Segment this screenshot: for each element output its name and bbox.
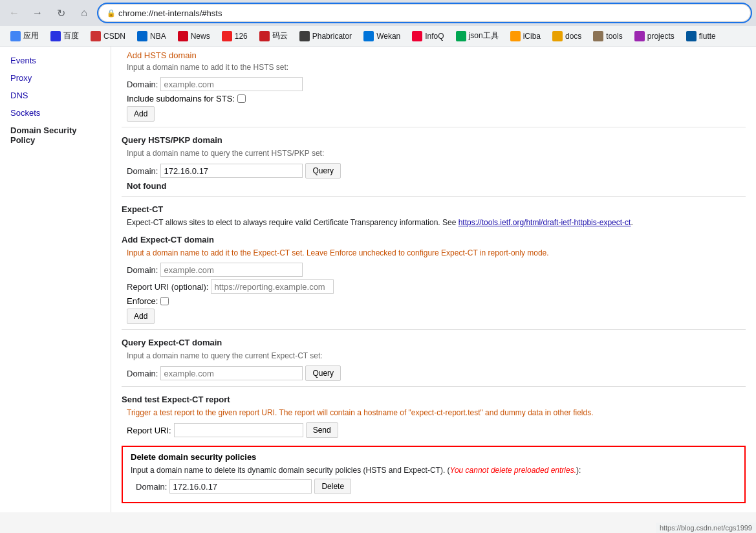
forward-button[interactable]: → bbox=[28, 4, 47, 22]
bookmark-wekan-label: Wekan bbox=[376, 32, 400, 41]
delete-domain-input[interactable] bbox=[169, 479, 312, 494]
sidebar-item-sockets[interactable]: Sockets bbox=[0, 104, 111, 122]
add-expect-ct-report-uri-input[interactable] bbox=[211, 279, 334, 294]
nav-bar: ← → ↻ ⌂ 🔒 chrome://net-internals/#hsts bbox=[0, 0, 756, 26]
delete-desc-italic: You cannot delete preloaded entries. bbox=[450, 466, 576, 475]
bookmark-docs[interactable]: docs bbox=[547, 30, 587, 43]
home-button[interactable]: ⌂ bbox=[75, 4, 93, 22]
bookmark-iciba[interactable]: iCiba bbox=[505, 30, 546, 43]
add-hsts-domain-label: Domain: bbox=[127, 80, 158, 89]
delete-section: Delete domain security policies Input a … bbox=[122, 446, 746, 503]
sidebar-item-events[interactable]: Events bbox=[0, 52, 111, 69]
query-expect-ct-desc: Input a domain name to query the current… bbox=[122, 351, 746, 360]
add-expect-ct-enforce-label: Enforce: bbox=[127, 296, 158, 306]
bookmark-wekan[interactable]: Wekan bbox=[358, 30, 405, 43]
add-hsts-heading: Add HSTS domain bbox=[122, 50, 746, 60]
sidebar: Events Proxy DNS Sockets Domain Security… bbox=[0, 47, 111, 512]
delete-domain-row: Domain: Delete bbox=[131, 479, 737, 494]
delete-desc-hsts: HSTS and Expect-CT bbox=[366, 466, 440, 475]
126-icon bbox=[222, 31, 232, 41]
delete-desc: Input a domain name to delete its dynami… bbox=[131, 466, 737, 475]
delete-domain-label: Domain: bbox=[136, 482, 167, 492]
bookmark-docs-label: docs bbox=[565, 32, 581, 41]
bookmark-csdn[interactable]: CSDN bbox=[85, 30, 131, 43]
expect-ct-desc: Expect-CT allows sites to elect to alway… bbox=[122, 218, 746, 227]
send-test-desc-text: Trigger a test report to the given repor… bbox=[127, 408, 594, 417]
send-test-button[interactable]: Send bbox=[306, 422, 338, 438]
delete-desc-1: Input a domain name to delete its dynami… bbox=[131, 466, 366, 475]
main-area: Events Proxy DNS Sockets Domain Security… bbox=[0, 47, 756, 512]
flutter-icon bbox=[686, 31, 697, 41]
back-button[interactable]: ← bbox=[5, 4, 23, 22]
add-hsts-subdomains-row: Include subdomains for STS: bbox=[122, 94, 746, 103]
bookmark-gitee[interactable]: 码云 bbox=[254, 29, 293, 43]
expect-ct-section: Expect-CT Expect-CT allows sites to elec… bbox=[122, 204, 746, 227]
add-hsts-add-button[interactable]: Add bbox=[127, 106, 155, 122]
bookmark-projects[interactable]: projects bbox=[629, 30, 680, 43]
bookmark-news-label: News bbox=[191, 32, 210, 41]
expect-ct-heading: Expect-CT bbox=[122, 204, 746, 214]
bookmark-news[interactable]: News bbox=[173, 30, 215, 43]
bookmark-phabricator[interactable]: Phabricator bbox=[294, 30, 357, 43]
reload-button[interactable]: ↻ bbox=[52, 4, 70, 22]
query-hsts-button[interactable]: Query bbox=[305, 163, 341, 179]
delete-desc-3: ). ( bbox=[440, 466, 450, 475]
expect-ct-link[interactable]: https://tools.ietf.org/html/draft-ietf-h… bbox=[459, 218, 631, 227]
bookmark-projects-label: projects bbox=[647, 32, 675, 41]
add-expect-ct-domain-input[interactable] bbox=[160, 263, 303, 277]
query-hsts-domain-input[interactable] bbox=[160, 164, 303, 178]
bookmark-phabricator-label: Phabricator bbox=[312, 32, 352, 41]
news-icon bbox=[178, 31, 188, 41]
bookmark-baidu[interactable]: 百度 bbox=[45, 29, 84, 43]
send-test-heading: Send test Expect-CT report bbox=[122, 395, 746, 404]
add-expect-ct-enforce-checkbox[interactable] bbox=[160, 297, 169, 305]
add-expect-ct-add-row: Add bbox=[122, 309, 746, 324]
query-expect-ct-button[interactable]: Query bbox=[305, 365, 341, 381]
bookmark-infoq-label: InfoQ bbox=[425, 32, 444, 41]
browser-frame: ← → ↻ ⌂ 🔒 chrome://net-internals/#hsts 应… bbox=[0, 0, 756, 512]
query-hsts-heading: Query HSTS/PKP domain bbox=[122, 135, 746, 145]
expect-ct-period: . bbox=[631, 218, 632, 227]
query-hsts-domain-row: Domain: Query bbox=[122, 163, 746, 179]
add-expect-ct-section: Add Expect-CT domain Input a domain name… bbox=[122, 235, 746, 324]
bookmark-nba-label: NBA bbox=[150, 32, 166, 41]
query-expect-ct-domain-label: Domain: bbox=[127, 369, 158, 378]
address-text: chrome://net-internals/#hsts bbox=[118, 8, 222, 18]
docs-icon bbox=[552, 31, 563, 41]
bookmarks-bar: 应用 百度 CSDN NBA News 126 码云 Phabricator bbox=[0, 26, 756, 47]
bookmark-apps[interactable]: 应用 bbox=[5, 29, 44, 43]
bookmark-csdn-label: CSDN bbox=[103, 32, 125, 41]
sidebar-item-proxy[interactable]: Proxy bbox=[0, 69, 111, 87]
bookmark-126[interactable]: 126 bbox=[217, 30, 253, 43]
add-hsts-subdomains-checkbox[interactable] bbox=[237, 94, 246, 103]
address-bar[interactable]: 🔒 chrome://net-internals/#hsts bbox=[98, 4, 751, 22]
add-hsts-subdomains-label: Include subdomains for STS: bbox=[127, 94, 235, 103]
bookmark-nba[interactable]: NBA bbox=[132, 30, 171, 43]
query-expect-ct-section: Query Expect-CT domain Input a domain na… bbox=[122, 338, 746, 381]
csdn-icon bbox=[91, 31, 101, 41]
add-hsts-domain-input[interactable] bbox=[160, 77, 303, 91]
baidu-icon bbox=[50, 31, 61, 41]
query-expect-ct-domain-input[interactable] bbox=[160, 366, 303, 380]
bookmark-gitee-label: 码云 bbox=[272, 30, 288, 41]
lock-icon: 🔒 bbox=[107, 9, 116, 17]
sidebar-item-domain-security[interactable]: Domain Security Policy bbox=[0, 122, 111, 149]
bookmark-infoq[interactable]: InfoQ bbox=[407, 30, 449, 43]
query-hsts-result: Not found bbox=[127, 181, 746, 191]
sidebar-item-dns[interactable]: DNS bbox=[0, 87, 111, 104]
add-expect-ct-enforce-row: Enforce: bbox=[122, 296, 746, 306]
send-test-input[interactable] bbox=[174, 423, 303, 437]
bookmark-json[interactable]: json工具 bbox=[451, 29, 504, 43]
bookmark-apps-label: 应用 bbox=[23, 30, 39, 41]
nba-icon bbox=[137, 31, 147, 41]
bookmark-baidu-label: 百度 bbox=[63, 30, 79, 41]
bookmark-tools[interactable]: tools bbox=[588, 30, 627, 43]
divider-4 bbox=[122, 386, 746, 387]
delete-button[interactable]: Delete bbox=[314, 479, 351, 494]
bookmark-tools-label: tools bbox=[606, 32, 622, 41]
add-expect-ct-add-button[interactable]: Add bbox=[127, 309, 155, 324]
bookmark-126-label: 126 bbox=[235, 32, 248, 41]
add-expect-ct-domain-label: Domain: bbox=[127, 265, 158, 275]
bookmark-flutter[interactable]: flutte bbox=[681, 30, 721, 43]
gitee-icon bbox=[259, 31, 270, 41]
